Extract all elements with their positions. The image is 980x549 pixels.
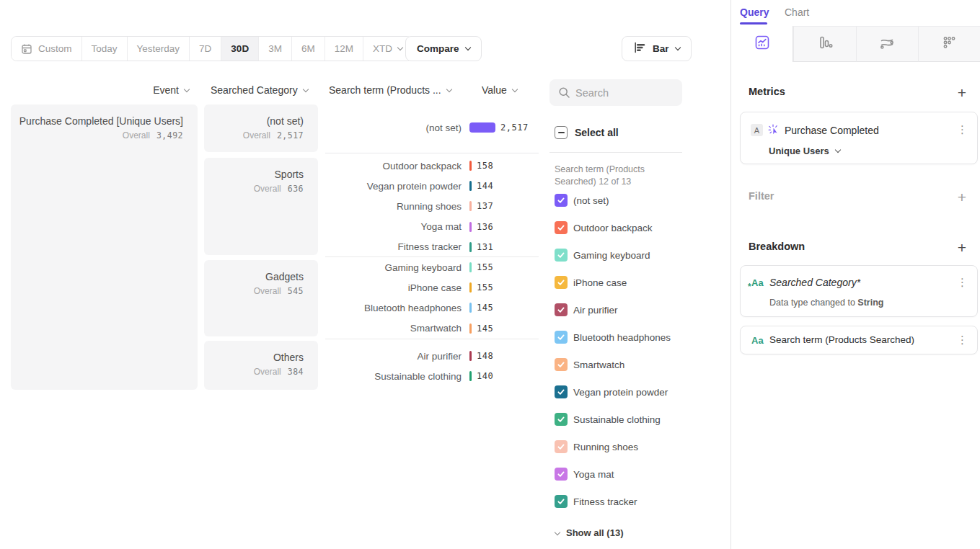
legend-item[interactable]: Outdoor backpack: [555, 221, 671, 234]
column-header-value[interactable]: Value: [482, 84, 517, 96]
show-all-button[interactable]: Show all (13): [555, 527, 623, 538]
legend-search-box[interactable]: [549, 79, 682, 106]
tab-query[interactable]: Query: [740, 6, 769, 18]
term-label: Fitness tracker: [325, 241, 462, 252]
event-name: Purchase Completed [Unique Users]: [19, 115, 183, 127]
column-header-category[interactable]: Searched Category: [211, 84, 308, 96]
legend-item[interactable]: iPhone case: [555, 276, 671, 289]
term-row[interactable]: Air purifier148: [325, 346, 542, 366]
legend-item-label: Running shoes: [573, 442, 638, 452]
legend-item[interactable]: Running shoes: [555, 440, 671, 453]
column-header-term[interactable]: Search term (Products ...: [329, 84, 451, 96]
legend-item-label: Vegan protein powder: [573, 387, 668, 398]
compare-button[interactable]: Compare: [405, 36, 482, 61]
metric-menu-button[interactable]: ⋮: [957, 123, 968, 136]
term-label: Vegan protein powder: [325, 181, 462, 192]
term-row[interactable]: iPhone case155: [325, 277, 542, 298]
indeterminate-checkbox-icon[interactable]: [555, 126, 568, 139]
breakdown-menu-button[interactable]: ⋮: [957, 334, 968, 347]
date-range-yesterday[interactable]: Yesterday: [128, 37, 190, 61]
legend-item[interactable]: Sustainable clothing: [555, 413, 671, 426]
legend-item[interactable]: Gaming keyboard: [555, 249, 671, 262]
legend-item[interactable]: Vegan protein powder: [555, 385, 671, 398]
checkbox-checked-icon[interactable]: [555, 194, 568, 207]
value-label: 155: [477, 282, 493, 293]
legend-item[interactable]: Fitness tracker: [555, 495, 671, 508]
term-row[interactable]: Yoga mat136: [325, 217, 542, 237]
category-cell[interactable]: SportsOverall636: [204, 158, 318, 255]
legend-item[interactable]: Air purifier: [555, 303, 671, 316]
value-bar: [469, 201, 472, 211]
measure-dropdown[interactable]: Unique Users: [769, 146, 840, 156]
column-header-event[interactable]: Event: [11, 84, 189, 96]
check-icon: [557, 360, 565, 369]
event-cell[interactable]: Purchase Completed [Unique Users] Overal…: [11, 104, 198, 390]
checkbox-checked-icon[interactable]: [555, 495, 568, 508]
category-name: Gadgets: [265, 271, 304, 282]
term-row[interactable]: Outdoor backpack158: [325, 156, 542, 176]
category-cell[interactable]: GadgetsOverall545: [204, 260, 318, 336]
checkbox-checked-icon[interactable]: [555, 440, 568, 453]
category-overall: Overall2,517: [243, 130, 304, 140]
date-range-custom[interactable]: Custom: [12, 37, 82, 61]
checkbox-checked-icon[interactable]: [555, 385, 568, 398]
checkbox-checked-icon[interactable]: [555, 358, 568, 371]
term-row[interactable]: Bluetooth headphones145: [325, 298, 542, 318]
date-range-6m[interactable]: 6M: [292, 37, 325, 61]
legend-item[interactable]: Bluetooth headphones: [555, 331, 671, 344]
tab-retention[interactable]: [918, 26, 980, 62]
checkbox-checked-icon[interactable]: [555, 331, 568, 344]
term-row[interactable]: Smartwatch145: [325, 318, 542, 339]
checkbox-checked-icon[interactable]: [555, 468, 568, 481]
bar-chart-icon: [633, 41, 646, 56]
term-label: Smartwatch: [325, 323, 462, 334]
check-icon: [557, 223, 565, 232]
date-range-7d[interactable]: 7D: [190, 37, 221, 61]
checkbox-checked-icon[interactable]: [555, 413, 568, 426]
checkbox-checked-icon[interactable]: [555, 249, 568, 262]
date-range-30d[interactable]: 30D: [221, 37, 259, 61]
term-row[interactable]: Vegan protein powder144: [325, 176, 542, 196]
group-separator: [325, 339, 539, 339]
overall-label: Overall: [123, 130, 150, 140]
overall-value: 636: [288, 184, 304, 194]
add-filter-button[interactable]: +: [958, 189, 966, 205]
tab-funnels[interactable]: [793, 26, 855, 62]
overall-value: 384: [288, 367, 304, 377]
date-range-label: 12M: [335, 43, 353, 54]
add-metric-button[interactable]: +: [958, 85, 966, 100]
breakdown-card[interactable]: Aa Searched Category* ⋮ Data type change…: [740, 265, 978, 317]
overall-value: 2,517: [277, 130, 304, 140]
checkbox-checked-icon[interactable]: [555, 276, 568, 289]
date-range-xtd[interactable]: XTD: [363, 37, 412, 61]
legend-search-input[interactable]: [575, 79, 679, 106]
metric-card[interactable]: A Purchase Completed ⋮ Unique Users: [740, 112, 978, 164]
tab-chart[interactable]: Chart: [785, 6, 809, 18]
value-bar: [469, 371, 472, 381]
add-breakdown-button[interactable]: +: [958, 240, 966, 255]
category-cell[interactable]: OthersOverall384: [204, 341, 318, 390]
legend-item[interactable]: Yoga mat: [555, 468, 671, 481]
tab-insights[interactable]: [731, 26, 793, 62]
term-row[interactable]: Gaming keyboard155: [325, 257, 542, 277]
term-row[interactable]: Fitness tracker131: [325, 237, 542, 257]
value-label: 131: [477, 242, 493, 252]
term-row[interactable]: Running shoes137: [325, 196, 542, 216]
checkbox-checked-icon[interactable]: [555, 303, 568, 316]
select-all[interactable]: Select all: [555, 126, 619, 139]
legend-item[interactable]: (not set): [555, 194, 671, 207]
term-row[interactable]: Sustainable clothing140: [325, 366, 542, 386]
checkbox-checked-icon[interactable]: [555, 221, 568, 234]
tab-flows[interactable]: [856, 26, 918, 62]
value-bar: [469, 181, 472, 191]
chart-type-button[interactable]: Bar: [622, 36, 692, 61]
date-range-12m[interactable]: 12M: [325, 37, 363, 61]
date-range-3m[interactable]: 3M: [259, 37, 292, 61]
value-label: 148: [477, 351, 493, 361]
breakdown-card[interactable]: Aa Search term (Products Searched) ⋮: [740, 326, 978, 354]
date-range-today[interactable]: Today: [82, 37, 128, 61]
breakdown-menu-button[interactable]: ⋮: [957, 276, 968, 289]
category-cell[interactable]: (not set)Overall2,517: [204, 104, 318, 152]
term-row[interactable]: (not set)2,517: [325, 117, 542, 138]
legend-item[interactable]: Smartwatch: [555, 358, 671, 371]
